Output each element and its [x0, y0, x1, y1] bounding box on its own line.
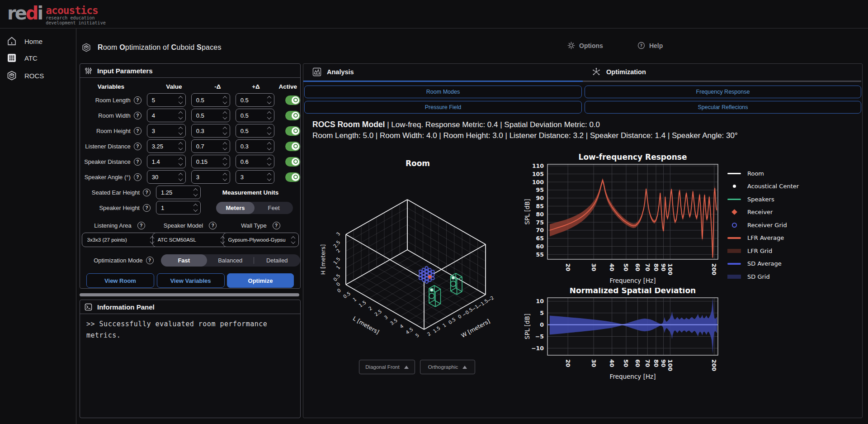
minus-delta-input[interactable]: 3 — [191, 170, 230, 184]
listening-area-help-icon[interactable]: ? — [137, 222, 145, 229]
spinner-down-icon[interactable] — [267, 146, 271, 150]
tab-optimization[interactable]: Optimization — [592, 67, 646, 76]
spinner-down-icon[interactable] — [222, 100, 227, 104]
number-spinner[interactable] — [223, 173, 226, 181]
options-button[interactable]: Options — [567, 42, 603, 49]
spinner-down-icon[interactable] — [178, 161, 183, 166]
value-input[interactable]: 1.25 — [156, 186, 201, 199]
optimization-mode-help-icon[interactable]: ? — [146, 257, 154, 264]
wall-type-help-icon[interactable]: ? — [273, 222, 280, 229]
optimization-mode-option-fast[interactable]: Fast — [161, 254, 207, 267]
parameter-help-icon[interactable]: ? — [143, 189, 151, 196]
parameter-help-icon[interactable]: ? — [143, 204, 151, 212]
listening-area-select[interactable]: 3x3x3 (27 points) — [82, 233, 158, 247]
optimization-mode-option-balanced[interactable]: Balanced — [207, 254, 253, 267]
spinner-down-icon[interactable] — [178, 146, 183, 150]
sidebar-item-home[interactable]: Home — [6, 34, 42, 48]
plus-delta-input[interactable]: 0.5 — [236, 124, 274, 138]
spinner-down-icon[interactable] — [267, 130, 271, 135]
number-spinner[interactable] — [179, 173, 182, 181]
horizontal-scrollbar[interactable] — [80, 293, 299, 296]
parameter-help-icon[interactable]: ? — [134, 127, 142, 135]
speaker-model-select[interactable]: ATC SCM50ASL — [152, 233, 228, 247]
specular-reflections-button[interactable]: Specular Reflecions — [585, 101, 861, 114]
spinner-down-icon[interactable] — [178, 176, 183, 181]
plus-delta-input[interactable]: 0.3 — [236, 139, 274, 153]
spinner-down-icon[interactable] — [178, 100, 183, 104]
number-spinner[interactable] — [179, 111, 182, 119]
room-modes-button[interactable]: Room Modes — [304, 86, 582, 98]
number-spinner[interactable] — [268, 157, 271, 166]
minus-delta-input[interactable]: 0.3 — [191, 124, 230, 138]
active-toggle[interactable] — [285, 157, 300, 167]
spinner-down-icon[interactable] — [222, 115, 227, 119]
number-spinner[interactable] — [223, 111, 226, 119]
minus-delta-input[interactable]: 0.15 — [191, 155, 230, 168]
number-spinner[interactable] — [223, 96, 226, 104]
view-room-button[interactable]: View Room — [86, 273, 154, 288]
parameter-help-icon[interactable]: ? — [134, 158, 142, 166]
number-spinner[interactable] — [179, 127, 182, 135]
value-input[interactable]: 1 — [156, 201, 201, 214]
help-button[interactable]: ? Help — [637, 42, 663, 49]
frequency-response-button[interactable]: Frequency Response — [585, 86, 861, 98]
number-spinner[interactable] — [223, 127, 226, 135]
value-input[interactable]: 30 — [147, 170, 186, 184]
number-spinner[interactable] — [194, 204, 197, 212]
spinner-down-icon[interactable] — [193, 207, 198, 212]
plus-delta-input[interactable]: 0.6 — [236, 155, 274, 168]
value-input[interactable]: 1.4 — [147, 155, 186, 168]
number-spinner[interactable] — [179, 142, 182, 150]
parameter-help-icon[interactable]: ? — [134, 173, 142, 181]
sidebar-item-atc[interactable]: ATC — [6, 51, 38, 65]
plus-delta-input[interactable]: 0.5 — [236, 109, 274, 122]
view-angle-dropdown[interactable]: Diagonal Front — [359, 360, 415, 374]
spinner-down-icon[interactable] — [222, 146, 227, 150]
number-spinner[interactable] — [268, 127, 271, 135]
spinner-down-icon[interactable] — [267, 115, 271, 119]
plus-delta-input[interactable]: 3 — [236, 170, 274, 184]
active-toggle[interactable] — [285, 95, 300, 105]
spinner-down-icon[interactable] — [222, 130, 227, 135]
view-variables-button[interactable]: View Variables — [157, 273, 225, 288]
speaker-model-help-icon[interactable]: ? — [209, 222, 217, 229]
parameter-help-icon[interactable]: ? — [134, 112, 142, 119]
value-input[interactable]: 5 — [147, 93, 186, 107]
value-input[interactable]: 3 — [147, 124, 186, 138]
pressure-field-button[interactable]: Pressure Field — [304, 101, 582, 114]
spinner-down-icon[interactable] — [267, 161, 271, 166]
spinner-down-icon[interactable] — [267, 100, 271, 104]
plus-delta-input[interactable]: 0.5 — [236, 93, 274, 107]
active-toggle[interactable] — [285, 111, 300, 120]
minus-delta-input[interactable]: 0.7 — [191, 139, 230, 153]
number-spinner[interactable] — [194, 188, 197, 196]
minus-delta-input[interactable]: 0.5 — [191, 109, 230, 122]
number-spinner[interactable] — [268, 142, 271, 150]
parameter-help-icon[interactable]: ? — [134, 96, 142, 104]
spinner-down-icon[interactable] — [222, 161, 227, 166]
minus-delta-input[interactable]: 0.5 — [191, 93, 230, 107]
number-spinner[interactable] — [223, 142, 226, 150]
active-toggle[interactable] — [285, 126, 300, 136]
tab-analysis[interactable]: Analysis — [312, 67, 354, 76]
sidebar-item-rocs[interactable]: ROCS — [6, 69, 44, 82]
number-spinner[interactable] — [268, 111, 271, 119]
optimize-button[interactable]: Optimize — [227, 273, 294, 288]
number-spinner[interactable] — [268, 96, 271, 104]
number-spinner[interactable] — [223, 157, 226, 166]
parameter-help-icon[interactable]: ? — [134, 143, 142, 150]
number-spinner[interactable] — [179, 157, 182, 166]
wall-type-select[interactable]: Gypsum-Plywood-Gypsu — [223, 233, 299, 247]
value-input[interactable]: 3.25 — [147, 139, 186, 153]
number-spinner[interactable] — [268, 173, 271, 181]
number-spinner[interactable] — [179, 96, 182, 104]
spinner-down-icon[interactable] — [222, 176, 227, 181]
active-toggle[interactable] — [285, 172, 300, 182]
value-input[interactable]: 4 — [147, 109, 186, 122]
units-option-feet[interactable]: Feet — [255, 202, 293, 214]
projection-dropdown[interactable]: Orthographic — [420, 360, 475, 374]
spinner-down-icon[interactable] — [193, 192, 198, 196]
active-toggle[interactable] — [285, 142, 300, 151]
spinner-down-icon[interactable] — [267, 176, 271, 181]
spinner-down-icon[interactable] — [178, 115, 183, 119]
